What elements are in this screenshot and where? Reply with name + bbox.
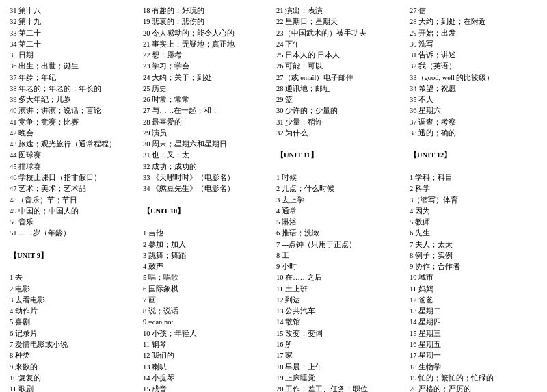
col3-items: 21 演出；表演22 星期日；星期天23（中国武术的）被手功夫24 下午25 日…	[276, 5, 404, 392]
list-item: 12 爸爸	[410, 295, 537, 306]
list-item: 【UNIT 12】	[410, 150, 537, 161]
list-item: 21 事实上；无疑地；真正地	[143, 39, 271, 50]
list-item: 17 星期一	[410, 350, 537, 361]
list-item: 6 国际象棋	[143, 284, 271, 295]
list-item: 50 音乐	[10, 217, 137, 228]
list-item: 47 艺术；美术；艺术品	[10, 183, 137, 194]
list-item: 51 ……岁（年龄）	[10, 228, 137, 239]
list-item: 8 例子；实例	[410, 250, 537, 261]
list-item: 21 演出；表演	[276, 5, 404, 16]
list-item: 8 种类	[10, 350, 137, 361]
list-item: 7 画	[143, 295, 271, 306]
list-item: 30 洗写	[410, 39, 537, 50]
list-item	[10, 261, 137, 272]
list-item: 42 晚会	[10, 128, 137, 139]
list-item: 17 家	[276, 350, 404, 361]
list-item: 9 =can not	[143, 317, 271, 328]
list-item: 20 工作；差工、任务；职位	[276, 384, 404, 392]
list-item: 28 大约；到处；在附近	[410, 16, 537, 27]
list-item: 1 时候	[276, 172, 404, 183]
list-item: 35 日期	[10, 50, 137, 61]
list-item: 37 年龄；年纪	[10, 73, 137, 83]
list-item: 2 几点；什么时候	[276, 183, 404, 194]
list-item: 12 我们的	[143, 350, 271, 361]
list-item: 13 公共汽车	[276, 306, 404, 317]
list-item: 34 希望；祝愿	[410, 83, 537, 94]
list-item	[410, 139, 537, 150]
list-item: 26 时常；常常	[143, 94, 271, 105]
list-item: 37 调查；考察	[410, 117, 537, 128]
list-item: 38 迅的；确的	[410, 128, 537, 139]
list-item: 9 协作；合作者	[410, 261, 537, 272]
list-item: 22 想；愿考	[143, 50, 271, 61]
list-item: 9 来数的	[10, 362, 137, 373]
list-item: 34 《憨豆先生》（电影名）	[143, 183, 271, 194]
list-item	[276, 139, 404, 150]
list-item: 28 最喜爱的	[143, 117, 271, 128]
list-item: 23（中国武术的）被手功夫	[276, 28, 404, 39]
list-item: 7 ---点钟（只用于正点）	[276, 239, 404, 250]
list-item: 4 通常	[276, 206, 404, 217]
list-item: 29 篮	[276, 94, 404, 105]
list-item: 14 星期四	[410, 317, 537, 328]
list-item: 31 少量；稍许	[276, 117, 404, 128]
col2-items: 18 有趣的；好玩的19 悲哀的；悲伤的20 令人感动的；能令人心的21 事实上…	[143, 5, 271, 392]
list-item: 27 信	[410, 5, 537, 16]
list-item: 38 年老的；年老的；年长的	[10, 83, 137, 94]
list-item: 2 科学	[410, 183, 537, 194]
list-item: 29 演员	[143, 128, 271, 139]
list-item: 20 令人感动的；能令人心的	[143, 28, 271, 39]
main-content: 31 第十八32 第十九33 第二十34 第二十35 日期36 出生；出世；诞生…	[7, 5, 540, 392]
list-item: 36 出生；出世；诞生	[10, 61, 137, 72]
list-item: 18 生物学	[410, 362, 537, 373]
list-item: 19 悲哀的；悲伤的	[143, 16, 271, 27]
list-item: 8 说；说话	[143, 306, 271, 317]
list-item: 20 严格的；严厉的	[410, 384, 537, 392]
list-item: 18 早晨；上午	[276, 362, 404, 373]
list-item: 34 第二十	[10, 39, 137, 50]
list-item: 3（缩写）体育	[410, 195, 537, 206]
list-item: 32 成功；成功的	[143, 161, 271, 172]
list-item	[143, 217, 271, 228]
list-item: 30 少许的；少量的	[276, 105, 404, 116]
list-item: 1 吉他	[143, 228, 271, 239]
list-item: 11 土上班	[276, 284, 404, 295]
list-item: 31 告诉；讲述	[410, 50, 537, 61]
list-item: 12 到达	[276, 295, 404, 306]
list-item: 4 鼓声	[143, 261, 271, 272]
column-3: 21 演出；表演22 星期日；星期天23（中国武术的）被手功夫24 下午25 日…	[274, 5, 407, 392]
list-item: 10 小孩；年轻人	[143, 328, 271, 339]
list-item: 【UNIT 10】	[143, 206, 271, 217]
list-item: 32 第十九	[10, 16, 137, 27]
list-item: 7 夫人；太太	[410, 239, 537, 250]
list-item: 16 所	[276, 339, 404, 350]
list-item: 3 去看电影	[10, 295, 137, 306]
col1-items: 31 第十八32 第十九33 第二十34 第二十35 日期36 出生；出世；诞生…	[10, 5, 137, 392]
list-item: 15 改变；变词	[276, 328, 404, 339]
list-item: 15 星期三	[410, 328, 537, 339]
column-1: 31 第十八32 第十九33 第二十34 第二十35 日期36 出生；出世；诞生…	[7, 5, 140, 392]
column-4: 27 信28 大约；到处；在附近29 开始；出发30 洗写31 告诉；讲述32 …	[407, 5, 540, 392]
list-item: 3 跳舞；舞蹈	[143, 250, 271, 261]
list-item: 19 忙的；繁忙的；忙碌的	[410, 373, 537, 384]
list-item: 11 歌剧	[10, 384, 137, 392]
list-item: 48（音乐）节；节日	[10, 195, 137, 206]
column-2: 18 有趣的；好玩的19 悲哀的；悲伤的20 令人感动的；能令人心的21 事实上…	[140, 5, 274, 392]
list-item: 7 爱情电影或小说	[10, 339, 137, 350]
list-item: 40 演讲；讲演；说话；言论	[10, 105, 137, 116]
list-item: 6 记录片	[10, 328, 137, 339]
col4-items: 27 信28 大约；到处；在附近29 开始；出发30 洗写31 告诉；讲述32 …	[410, 5, 537, 392]
list-item: 30 周末；星期六和星期日	[143, 139, 271, 150]
list-item: 27（或 email）电子邮件	[276, 73, 404, 83]
list-item: 13 喇叭	[143, 362, 271, 373]
list-item: 5 喜剧	[10, 317, 137, 328]
list-item: 43 旅途；观光旅行（通常程程）	[10, 139, 137, 150]
list-item: 14 小提琴	[143, 373, 271, 384]
list-item: 13 星期二	[410, 306, 537, 317]
list-item: 31 也；又；太	[143, 150, 271, 161]
list-item: 11 妈妈	[410, 284, 537, 295]
list-item: 5 唱；唱歌	[143, 272, 271, 283]
list-item: 【UNIT 11】	[276, 150, 404, 161]
list-item: 16 星期五	[410, 339, 537, 350]
list-item: 33 第二十	[10, 28, 137, 39]
